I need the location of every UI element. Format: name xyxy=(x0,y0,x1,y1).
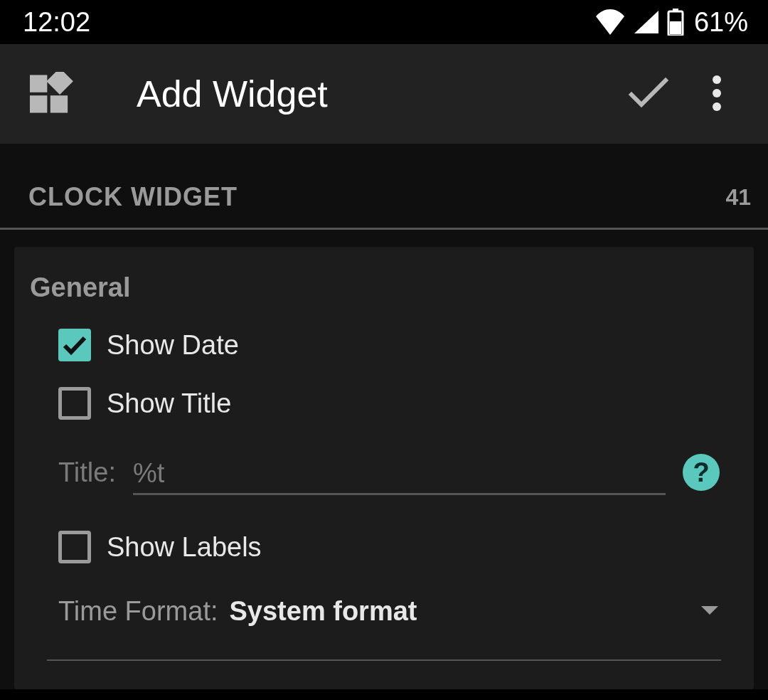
status-right: 61% xyxy=(594,7,748,38)
confirm-button[interactable] xyxy=(614,60,683,128)
wifi-icon xyxy=(594,9,626,35)
status-time: 12:02 xyxy=(23,7,90,38)
svg-rect-4 xyxy=(30,95,47,112)
show-date-label: Show Date xyxy=(107,330,239,361)
title-field-label: Title: xyxy=(58,457,116,495)
title-input[interactable] xyxy=(133,458,666,489)
content: CLOCK WIDGET 41 General Show Date Show T… xyxy=(0,144,768,689)
divider xyxy=(47,659,721,661)
show-labels-label: Show Labels xyxy=(107,532,262,563)
battery-icon xyxy=(667,9,684,36)
more-vert-icon xyxy=(713,75,721,113)
group-title: General xyxy=(14,268,754,316)
general-card: General Show Date Show Title Title: ? xyxy=(14,247,754,689)
time-format-label: Time Format: xyxy=(58,596,218,627)
show-date-checkbox[interactable] xyxy=(58,329,91,361)
cellular-icon xyxy=(633,9,660,35)
show-title-label: Show Title xyxy=(107,388,231,419)
check-icon xyxy=(62,334,87,356)
show-date-row[interactable]: Show Date xyxy=(14,316,754,374)
svg-rect-5 xyxy=(50,95,68,112)
svg-point-9 xyxy=(713,102,721,111)
title-help-button[interactable]: ? xyxy=(683,454,720,491)
app-bar: Add Widget xyxy=(0,44,768,144)
show-labels-checkbox[interactable] xyxy=(58,531,91,563)
time-format-value: System format xyxy=(230,596,689,627)
section-header: CLOCK WIDGET 41 xyxy=(0,144,768,230)
battery-percent: 61% xyxy=(694,7,748,38)
show-title-checkbox[interactable] xyxy=(58,387,91,420)
show-labels-row[interactable]: Show Labels xyxy=(14,502,754,576)
svg-rect-3 xyxy=(30,75,47,92)
section-count: 41 xyxy=(725,184,751,211)
section-title: CLOCK WIDGET xyxy=(28,182,238,212)
page-title: Add Widget xyxy=(137,73,614,115)
svg-rect-2 xyxy=(670,21,681,34)
app-icon xyxy=(30,72,74,116)
status-bar: 12:02 61% xyxy=(0,0,768,44)
svg-point-8 xyxy=(713,89,721,97)
svg-rect-6 xyxy=(46,72,73,95)
title-field-row: Title: ? xyxy=(14,433,754,502)
svg-point-7 xyxy=(713,75,721,84)
time-format-row[interactable]: Time Format: System format xyxy=(14,576,754,640)
title-input-wrap xyxy=(133,458,666,495)
chevron-down-icon xyxy=(700,605,720,619)
overflow-menu-button[interactable] xyxy=(683,60,751,128)
checkmark-icon xyxy=(627,76,670,112)
show-title-row[interactable]: Show Title xyxy=(14,374,754,433)
help-icon: ? xyxy=(693,457,709,488)
